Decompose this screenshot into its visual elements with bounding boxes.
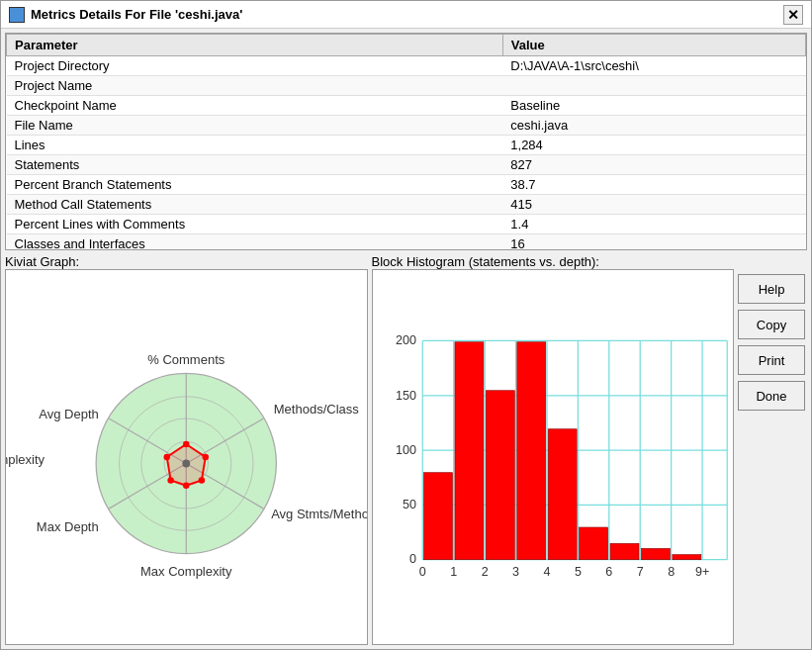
table-row: Statements827 xyxy=(7,155,806,175)
svg-text:9+: 9+ xyxy=(694,565,708,579)
kiviat-label: Kiviat Graph: xyxy=(5,254,368,269)
param-cell: Percent Branch Statements xyxy=(7,175,503,195)
value-cell: Baseline xyxy=(502,96,805,116)
svg-rect-54 xyxy=(672,555,700,560)
param-cell: Checkpoint Name xyxy=(7,96,503,116)
value-cell: 16 xyxy=(502,234,805,250)
svg-text:2: 2 xyxy=(481,565,488,579)
table-row: File Nameceshi.java xyxy=(7,116,806,136)
svg-rect-50 xyxy=(548,429,577,560)
svg-text:Avg Depth: Avg Depth xyxy=(39,407,98,421)
table-row: Project DirectoryD:\JAVA\A-1\src\ceshi\ xyxy=(7,56,806,76)
svg-text:0: 0 xyxy=(409,552,416,566)
metrics-table-scroll[interactable]: Parameter Value Project DirectoryD:\JAVA… xyxy=(6,34,806,249)
svg-point-11 xyxy=(182,460,190,468)
value-cell: 38.7 xyxy=(502,175,805,195)
histogram-panel: Block Histogram (statements vs. depth): xyxy=(372,254,735,645)
param-cell: Lines xyxy=(7,136,503,155)
table-row: Checkpoint NameBaseline xyxy=(7,96,806,116)
value-cell: 1,284 xyxy=(502,136,805,155)
svg-rect-52 xyxy=(610,543,639,559)
param-cell: Project Name xyxy=(7,76,503,96)
svg-text:4: 4 xyxy=(543,565,550,579)
svg-text:Avg Complexity: Avg Complexity xyxy=(6,452,45,467)
table-row: Project Name xyxy=(7,76,806,96)
svg-text:0: 0 xyxy=(418,565,425,579)
title-bar: Metrics Details For File 'ceshi.java' ✕ xyxy=(1,1,811,29)
value-cell xyxy=(502,76,805,96)
window-title: Metrics Details For File 'ceshi.java' xyxy=(31,7,242,22)
table-row: Lines1,284 xyxy=(7,136,806,155)
kiviat-panel: Kiviat Graph: xyxy=(5,254,368,645)
svg-text:1: 1 xyxy=(450,565,457,579)
svg-rect-53 xyxy=(641,548,670,559)
bottom-section: Kiviat Graph: xyxy=(5,254,807,645)
svg-text:150: 150 xyxy=(396,389,416,403)
table-row: Percent Branch Statements38.7 xyxy=(7,175,806,195)
svg-text:% Comments: % Comments xyxy=(147,352,226,367)
param-cell: Statements xyxy=(7,155,503,175)
svg-text:8: 8 xyxy=(668,565,675,579)
value-cell: D:\JAVA\A-1\src\ceshi\ xyxy=(502,56,805,76)
svg-point-17 xyxy=(163,454,170,461)
svg-point-16 xyxy=(167,477,174,484)
svg-point-12 xyxy=(183,441,190,448)
value-cell: 827 xyxy=(502,155,805,175)
done-button[interactable]: Done xyxy=(738,381,805,411)
metrics-table-wrapper: Parameter Value Project DirectoryD:\JAVA… xyxy=(5,33,807,250)
param-cell: Project Directory xyxy=(7,56,503,76)
param-cell: File Name xyxy=(7,116,503,136)
svg-point-15 xyxy=(183,482,190,489)
param-cell: Percent Lines with Comments xyxy=(7,215,503,234)
main-window: Metrics Details For File 'ceshi.java' ✕ … xyxy=(0,0,812,650)
table-row: Percent Lines with Comments1.4 xyxy=(7,215,806,234)
svg-text:7: 7 xyxy=(636,565,643,579)
action-buttons: Help Copy Print Done xyxy=(738,254,807,645)
table-row: Method Call Statements415 xyxy=(7,195,806,215)
svg-point-13 xyxy=(203,454,210,461)
help-button[interactable]: Help xyxy=(738,274,805,304)
app-icon xyxy=(9,7,25,23)
svg-text:Max Depth: Max Depth xyxy=(37,520,99,535)
col-header-param: Parameter xyxy=(7,35,503,56)
svg-text:5: 5 xyxy=(574,565,581,579)
svg-text:100: 100 xyxy=(396,443,416,457)
svg-rect-49 xyxy=(516,342,545,560)
param-cell: Method Call Statements xyxy=(7,195,503,215)
table-row: Classes and Interfaces16 xyxy=(7,234,806,250)
svg-rect-48 xyxy=(486,391,514,560)
value-cell: 415 xyxy=(502,195,805,215)
svg-text:Max Complexity: Max Complexity xyxy=(140,564,232,579)
value-cell: 1.4 xyxy=(502,215,805,234)
metrics-table: Parameter Value Project DirectoryD:\JAVA… xyxy=(6,34,806,249)
svg-text:50: 50 xyxy=(403,498,416,511)
svg-text:200: 200 xyxy=(396,333,416,347)
svg-text:Methods/Class: Methods/Class xyxy=(274,402,359,417)
svg-rect-46 xyxy=(423,473,452,560)
svg-rect-51 xyxy=(579,527,607,560)
main-content: Parameter Value Project DirectoryD:\JAVA… xyxy=(1,29,811,649)
svg-text:6: 6 xyxy=(605,565,612,579)
print-button[interactable]: Print xyxy=(738,345,805,375)
svg-point-14 xyxy=(199,477,206,484)
col-header-value: Value xyxy=(502,35,805,56)
copy-button[interactable]: Copy xyxy=(738,310,805,339)
svg-text:3: 3 xyxy=(512,565,519,579)
kiviat-graph: % Comments Methods/Class Avg Stmts/Metho… xyxy=(5,269,368,645)
param-cell: Classes and Interfaces xyxy=(7,234,503,250)
value-cell: ceshi.java xyxy=(502,116,805,136)
svg-rect-47 xyxy=(454,342,483,560)
close-button[interactable]: ✕ xyxy=(783,5,803,25)
histogram-label: Block Histogram (statements vs. depth): xyxy=(372,254,735,269)
svg-text:Avg Stmts/Method: Avg Stmts/Method xyxy=(271,507,366,521)
histogram-graph: 0 50 100 150 200 xyxy=(372,269,735,645)
